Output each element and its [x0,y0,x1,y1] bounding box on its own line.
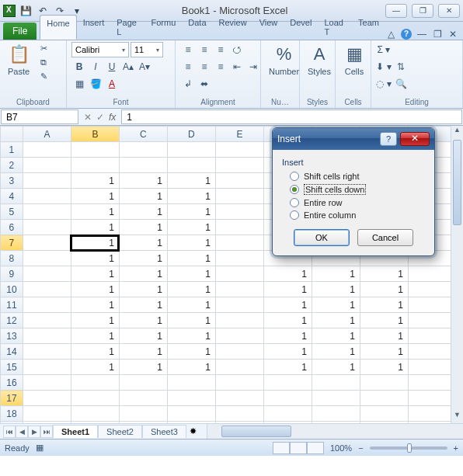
cell[interactable]: 1 [360,313,408,328]
ribbon-minimize-icon[interactable]: △ [385,29,396,40]
cell[interactable] [215,297,263,313]
tab-nav-first[interactable]: ⏮ [3,426,16,438]
cell[interactable] [215,313,263,328]
fill-button[interactable]: ⬇ ▾ [376,59,392,75]
column-header[interactable]: D [167,127,215,142]
cell[interactable] [215,251,263,266]
zoom-in-button[interactable]: + [454,443,458,453]
cell[interactable] [71,422,119,424]
cell[interactable] [23,173,71,189]
hscroll-thumb[interactable] [221,426,291,437]
row-header[interactable]: 9 [1,266,23,282]
cell[interactable] [215,375,263,391]
cell[interactable] [23,251,71,266]
cell[interactable] [408,266,456,282]
cell[interactable] [23,189,71,204]
clear-button[interactable]: ◌ ▾ [376,76,392,92]
cell[interactable]: 1 [71,266,119,282]
cell[interactable] [119,391,167,406]
cell[interactable]: 1 [119,235,167,251]
workbook-restore-icon[interactable]: ❐ [432,29,443,40]
font-color-button[interactable]: A [104,76,120,92]
cell[interactable]: 1 [312,266,360,282]
ribbon-tab-devel[interactable]: Devel [284,15,318,40]
cell[interactable] [23,220,71,235]
cell[interactable]: 1 [71,251,119,266]
cell[interactable] [215,220,263,235]
cell[interactable]: 1 [360,297,408,313]
cell[interactable] [23,360,71,375]
cell[interactable] [215,406,263,422]
cell[interactable] [23,344,71,360]
cell[interactable]: 1 [119,344,167,360]
cell-styles-button[interactable]: AStyles [305,42,334,78]
cell[interactable] [119,375,167,391]
cell[interactable] [215,360,263,375]
cell[interactable] [119,158,167,173]
scroll-up-icon[interactable]: ▲ [451,126,463,138]
cell[interactable] [408,297,456,313]
cell[interactable] [167,158,215,173]
cell[interactable]: 1 [167,282,215,297]
row-header[interactable]: 1 [1,142,23,158]
ribbon-tab-data[interactable]: Data [182,15,212,40]
cell[interactable] [263,375,312,391]
ribbon-tab-insert[interactable]: Insert [77,15,111,40]
dialog-help-button[interactable]: ? [380,132,397,146]
cell[interactable]: 1 [71,344,119,360]
insert-option-radio[interactable]: Shift cells right [290,172,425,181]
vscroll-thumb[interactable] [453,140,461,225]
autosum-button[interactable]: Σ ▾ [376,42,392,57]
column-header[interactable]: C [119,127,167,142]
tab-nav-last[interactable]: ⏭ [40,426,53,438]
insert-option-radio[interactable]: Shift cells down [290,184,425,195]
cell[interactable] [263,391,312,406]
increase-font-button[interactable]: A▴ [120,59,136,75]
row-header[interactable]: 16 [1,375,23,391]
fx-icon[interactable]: fx [109,112,116,123]
zoom-percent[interactable]: 100% [330,443,352,453]
increase-indent-button[interactable]: ⇥ [245,59,261,75]
cell[interactable] [408,422,456,424]
help-icon[interactable]: ? [401,29,412,40]
formula-input[interactable]: 1 [121,109,462,124]
cell[interactable]: 1 [71,173,119,189]
cell[interactable] [360,406,408,422]
workbook-minimize-icon[interactable]: — [416,29,427,40]
row-header[interactable]: 6 [1,220,23,235]
insert-option-radio[interactable]: Entire column [290,210,425,220]
cell[interactable] [23,406,71,422]
row-header[interactable]: 12 [1,313,23,328]
row-header[interactable]: 15 [1,360,23,375]
cell[interactable] [23,142,71,158]
format-painter-button[interactable]: ✎ [36,70,51,82]
row-header[interactable]: 7 [1,235,23,251]
fill-color-button[interactable]: 🪣 [88,76,103,92]
cell[interactable]: 1 [167,189,215,204]
cell[interactable] [23,328,71,344]
cell[interactable]: 1 [119,173,167,189]
cell[interactable]: 1 [71,189,119,204]
cell[interactable]: 1 [167,266,215,282]
zoom-slider-knob[interactable] [407,443,412,453]
cell[interactable] [23,282,71,297]
cell[interactable] [215,422,263,424]
ribbon-tab-view[interactable]: View [253,15,284,40]
row-header[interactable]: 13 [1,328,23,344]
copy-button[interactable]: ⧉ [36,56,51,68]
cell[interactable] [215,235,263,251]
cell[interactable] [408,375,456,391]
cell[interactable]: 1 [263,360,312,375]
cell[interactable]: 1 [167,297,215,313]
cell[interactable] [408,313,456,328]
dialog-close-button[interactable]: ✕ [400,132,430,146]
cell[interactable]: 1 [360,344,408,360]
cell[interactable] [71,142,119,158]
insert-option-radio[interactable]: Entire row [290,198,425,207]
cell[interactable]: 1 [167,251,215,266]
name-box[interactable]: B7 [1,109,78,124]
border-button[interactable]: ▦ [71,76,87,92]
column-header[interactable]: E [215,127,263,142]
cell[interactable] [312,406,360,422]
cell[interactable]: 1 [119,251,167,266]
